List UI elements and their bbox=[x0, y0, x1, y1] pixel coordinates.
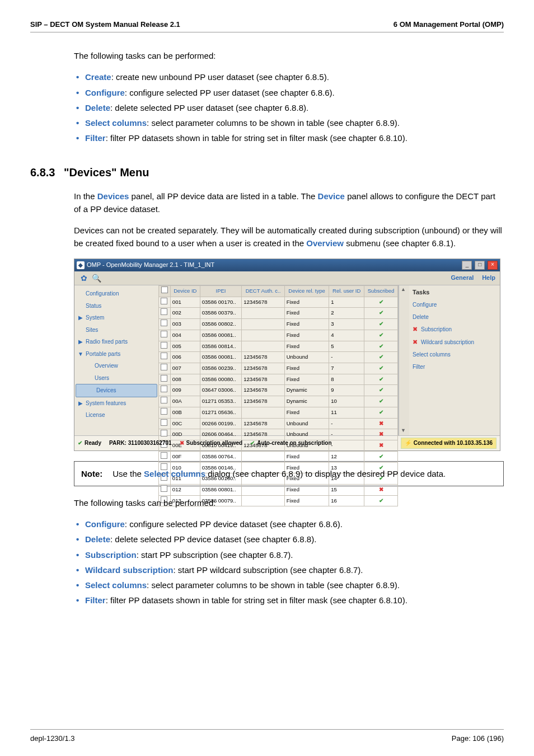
nav-sites[interactable]: Sites bbox=[74, 324, 158, 336]
list-item: Create: create new unbound PP user datas… bbox=[74, 71, 504, 83]
note-term: Select columns bbox=[144, 469, 205, 478]
task-configure[interactable]: Configure bbox=[413, 300, 496, 309]
col-header[interactable]: DECT Auth. c.. bbox=[242, 286, 285, 297]
x-icon: ✖ bbox=[413, 325, 418, 334]
top-bullets: Create: create new unbound PP user datas… bbox=[74, 71, 504, 144]
status-park: PARK: 31100303162701 bbox=[109, 439, 172, 448]
list-item: Configure: configure selected PP device … bbox=[74, 518, 504, 530]
table-row[interactable]: 01203586 00801..Fixed15✖ bbox=[159, 484, 398, 495]
task-wildcard[interactable]: ✖Wildcard subscription bbox=[413, 337, 496, 347]
list-item: Filter: filter PP datasets shown in tabl… bbox=[74, 594, 504, 607]
term: Delete bbox=[85, 103, 110, 112]
x-icon: ✖ bbox=[413, 337, 418, 347]
desc: : create new unbound PP user dataset (se… bbox=[111, 72, 329, 82]
nav-radio-fixed[interactable]: ▶Radio fixed parts bbox=[74, 336, 158, 348]
header-left: SIP – DECT OM System Manual Release 2.1 bbox=[30, 20, 180, 29]
list-item: Select columns: select parameter columns… bbox=[74, 579, 504, 591]
tasks-panel: Tasks Configure Delete ✖Subscription ✖Wi… bbox=[409, 285, 500, 435]
table-row[interactable]: 00603586 00081..12345678Unbound-✔ bbox=[159, 352, 398, 363]
task-subscription[interactable]: ✖Subscription bbox=[413, 325, 496, 334]
table-row[interactable]: 00403586 00081..Fixed4✔ bbox=[159, 330, 398, 341]
nav-portable-parts[interactable]: ▼Portable parts bbox=[74, 348, 158, 360]
nav-users[interactable]: Users bbox=[74, 372, 158, 384]
window-titlebar[interactable]: ◆ OMP - OpenMobility Manager 2.1 - TIM_1… bbox=[74, 259, 500, 271]
table-row[interactable]: 00B01271 05636..Fixed11✔ bbox=[159, 407, 398, 418]
table-scrollbar[interactable] bbox=[399, 285, 409, 435]
list-item: Delete: delete selected PP user dataset … bbox=[74, 101, 504, 114]
window-title: OMP - OpenMobility Manager 2.1 - TIM_1_I… bbox=[87, 260, 461, 270]
table-row[interactable]: 00C00266 00199..12345678Unbound-✖ bbox=[159, 418, 398, 429]
nav-devices[interactable]: Devices bbox=[76, 384, 157, 397]
table-row[interactable]: 00503586 00814..Fixed5✔ bbox=[159, 341, 398, 352]
maximize-button[interactable]: □ bbox=[475, 261, 485, 270]
header-right: 6 OM Management Portal (OMP) bbox=[394, 20, 504, 29]
section-heading: 6.8.3"Devices" Menu bbox=[30, 164, 504, 181]
general-link[interactable]: General bbox=[451, 274, 474, 281]
table-row[interactable]: 00903647 03006..12345678Dynamic9✔ bbox=[159, 385, 398, 396]
desc: : select parameter columns to be shown i… bbox=[147, 118, 400, 128]
para-1: In the Devices panel, all PP device data… bbox=[74, 190, 504, 216]
desc: : filter PP datasets shown in table for … bbox=[106, 133, 407, 143]
status-ready: ✔Ready bbox=[78, 439, 101, 448]
nav-configuration[interactable]: Configuration bbox=[74, 288, 158, 300]
table-row[interactable]: 00F03586 00764..Fixed12✔ bbox=[159, 451, 398, 462]
section-number: 6.8.3 bbox=[30, 164, 64, 181]
table-row[interactable]: 00A01271 05353..12345678Dynamic10✔ bbox=[159, 396, 398, 407]
term: Configure bbox=[85, 88, 125, 97]
task-delete[interactable]: Delete bbox=[413, 313, 496, 322]
table-row[interactable]: 00703586 00239..12345678Fixed7✔ bbox=[159, 363, 398, 374]
list-item: Filter: filter PP datasets shown in tabl… bbox=[74, 132, 504, 144]
col-header[interactable]: Device ID bbox=[170, 286, 200, 297]
list-item: Configure: configure selected PP user da… bbox=[74, 86, 504, 99]
term-device: Device bbox=[318, 191, 345, 201]
gear-icon[interactable]: ✿ bbox=[79, 273, 89, 283]
minimize-button[interactable]: _ bbox=[462, 261, 472, 270]
footer-left: depl-1230/1.3 bbox=[30, 734, 75, 743]
nav-system[interactable]: ▶System bbox=[74, 312, 158, 324]
footer-right: Page: 106 (196) bbox=[452, 734, 504, 743]
term: Filter bbox=[85, 133, 106, 143]
status-auto-create: ✔Auto-create on subscription bbox=[250, 439, 331, 448]
desc: : delete selected PP user dataset (see c… bbox=[110, 103, 308, 112]
app-icon: ◆ bbox=[77, 261, 85, 269]
search-icon[interactable]: 🔍 bbox=[92, 273, 102, 283]
close-button[interactable]: × bbox=[488, 261, 498, 270]
help-link[interactable]: Help bbox=[482, 274, 495, 281]
col-header[interactable]: Subscribed bbox=[364, 286, 398, 297]
nav-overview[interactable]: Overview bbox=[74, 360, 158, 372]
nav-tree: Configuration Status ▶System Sites ▶Radi… bbox=[74, 285, 158, 435]
list-item: Delete: delete selected PP device datase… bbox=[74, 533, 504, 546]
list-item: Subscription: start PP subscription (see… bbox=[74, 548, 504, 561]
intro-line: The following tasks can be performed: bbox=[74, 49, 504, 62]
note-label: Note: bbox=[81, 467, 110, 480]
page-footer: depl-1230/1.3 Page: 106 (196) bbox=[30, 729, 504, 743]
task-select-columns[interactable]: Select columns bbox=[413, 350, 496, 359]
col-header[interactable]: IPEI bbox=[200, 286, 241, 297]
task-filter[interactable]: Filter bbox=[413, 363, 496, 372]
term-devices: Devices bbox=[97, 191, 129, 201]
table-row[interactable]: 00203586 00379..Fixed2✔ bbox=[159, 308, 398, 319]
status-sub-allowed: ✖Subscription allowed bbox=[180, 439, 243, 448]
toolbar: ✿ 🔍 General Help bbox=[74, 271, 500, 286]
desc: : configure selected PP user dataset (se… bbox=[125, 88, 335, 97]
list-item: Select columns: select parameter columns… bbox=[74, 116, 504, 129]
nav-license[interactable]: License bbox=[74, 409, 158, 421]
bolt-icon: ⚡ bbox=[405, 439, 411, 448]
status-connected: ⚡Connected with 10.103.35.136 bbox=[401, 438, 496, 449]
term-overview: Overview bbox=[306, 238, 344, 248]
section-title: "Devices" Menu bbox=[64, 166, 149, 179]
col-header[interactable]: Rel. user ID bbox=[329, 286, 364, 297]
task-bullets: Configure: configure selected PP device … bbox=[74, 518, 504, 607]
term: Select columns bbox=[85, 118, 147, 128]
table-row[interactable]: 00103586 00170..12345678Fixed1✔ bbox=[159, 297, 398, 308]
col-header[interactable]: Device rel. type bbox=[284, 286, 329, 297]
table-row[interactable]: 00303586 00802..Fixed3✔ bbox=[159, 319, 398, 330]
nav-system-features[interactable]: ▶System features bbox=[74, 397, 158, 410]
omp-screenshot: ◆ OMP - OpenMobility Manager 2.1 - TIM_1… bbox=[74, 259, 500, 451]
tasks-title: Tasks bbox=[413, 288, 496, 297]
col-header[interactable] bbox=[159, 286, 171, 297]
para-2: Devices can not be created separately. T… bbox=[74, 224, 504, 250]
nav-status[interactable]: Status bbox=[74, 300, 158, 312]
table-row[interactable]: 00803586 00080..12345678Fixed8✔ bbox=[159, 374, 398, 385]
list-item: Wildcard subscription: start PP wildcard… bbox=[74, 564, 504, 576]
